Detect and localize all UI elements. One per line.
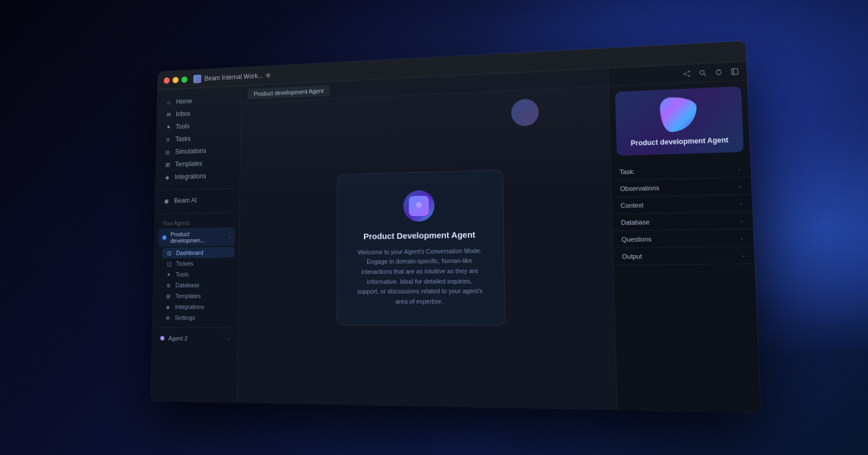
task-chevron: ⌄ xyxy=(737,165,742,172)
agent-expand-icon: › xyxy=(229,234,231,240)
sub-integrations-icon: ◈ xyxy=(165,304,171,310)
sub-nav-templates[interactable]: ⊞ Templates xyxy=(161,290,234,301)
avatar-blob xyxy=(659,97,697,133)
sub-nav: ⊡ Dashboard ◫ Tickets ✦ Tools ⊛ Database xyxy=(153,247,239,323)
sub-nav-database[interactable]: ⊛ Database xyxy=(161,279,234,291)
nav-section-beam: ◉ Beam AI xyxy=(155,193,239,207)
refresh-icon[interactable] xyxy=(713,67,724,77)
tickets-icon: ◫ xyxy=(166,260,172,267)
panel-section-context: Context ⌄ xyxy=(612,194,753,215)
sub-templates-icon: ⊞ xyxy=(165,293,171,300)
agent-2[interactable]: Agent 2 › xyxy=(156,333,233,345)
content-area: Product development Agent xyxy=(237,68,617,410)
agent-card: Product development Agent xyxy=(615,86,744,156)
welcome-title: Product Development Agent xyxy=(357,229,483,240)
panel-section-header-context[interactable]: Context ⌄ xyxy=(612,194,753,213)
agent-product-dev[interactable]: Product developmen... › xyxy=(158,228,235,247)
context-chevron: ⌄ xyxy=(738,200,743,206)
sub-nav-dashboard[interactable]: ⊡ Dashboard xyxy=(162,247,235,259)
search-icon[interactable] xyxy=(697,67,708,78)
expand-icon[interactable] xyxy=(729,65,741,76)
main-content: ⌂ Home ✉ Inbox ✦ Tools ≡ Tasks xyxy=(151,62,761,413)
sub-nav-settings[interactable]: ⊕ Settings xyxy=(160,312,234,323)
agent2-expand-icon: › xyxy=(228,335,229,342)
workspace-icon xyxy=(193,75,201,83)
agent-avatar-svg xyxy=(413,199,425,212)
svg-line-6 xyxy=(704,74,706,76)
minimize-button[interactable] xyxy=(172,77,179,83)
divider-2 xyxy=(161,212,233,215)
agent-card-avatar xyxy=(659,97,697,133)
sidebar-item-beamai[interactable]: ◉ Beam AI xyxy=(159,193,235,208)
agent-avatar xyxy=(403,190,434,222)
home-icon: ⌂ xyxy=(165,98,172,106)
panel-section-output: Output ⌄ xyxy=(613,247,754,265)
sub-tools-icon: ✦ xyxy=(166,271,172,278)
tab-product-dev[interactable]: Product development Agent xyxy=(248,85,330,99)
svg-point-2 xyxy=(688,75,690,76)
app-window: Beam Internal Work... ⌂ Home ✉ Inbox xyxy=(151,41,761,413)
panel-section-header-observations[interactable]: Observations ⌄ xyxy=(611,177,752,197)
scene: Beam Internal Work... ⌂ Home ✉ Inbox xyxy=(0,0,868,455)
panel-section-header-questions[interactable]: Questions ⌄ xyxy=(613,229,754,248)
integrations-icon: ◈ xyxy=(163,173,171,181)
panel-sections: Task: ⌄ Observations ⌄ Context ⌄ xyxy=(611,158,761,413)
svg-point-5 xyxy=(700,70,704,74)
sidebar: ⌂ Home ✉ Inbox ✦ Tools ≡ Tasks xyxy=(151,86,241,403)
agent2-section: Agent 2 › xyxy=(152,332,238,345)
inbox-icon: ✉ xyxy=(165,111,172,118)
beamai-icon: ◉ xyxy=(163,197,171,204)
nav-section-main: ⌂ Home ✉ Inbox ✦ Tools ≡ Tasks xyxy=(155,93,241,184)
questions-chevron: ⌄ xyxy=(740,235,745,241)
output-chevron: ⌄ xyxy=(740,252,745,259)
svg-line-3 xyxy=(685,72,688,73)
dashboard-icon: ⊡ xyxy=(166,250,172,256)
welcome-description: Welcome to your Agent's Conversation Mod… xyxy=(357,246,483,307)
agent-card-title: Product development Agent xyxy=(624,135,734,147)
agent-avatar-inner xyxy=(409,195,429,216)
panel-section-database: Database ⌄ xyxy=(613,212,753,231)
sub-nav-integrations[interactable]: ◈ Integrations xyxy=(161,301,235,312)
panel-section-header-output[interactable]: Output ⌄ xyxy=(613,247,754,265)
simulations-icon: ◎ xyxy=(164,148,171,156)
svg-point-1 xyxy=(688,70,690,72)
observations-chevron: ⌄ xyxy=(737,183,743,189)
database-chevron: ⌄ xyxy=(739,217,744,224)
agent-dot-blue xyxy=(162,235,166,240)
chat-area: Product Development Agent Welcome to you… xyxy=(237,86,617,410)
right-panel: Product development Agent Task: ⌄ Observ… xyxy=(608,62,761,413)
tasks-icon: ≡ xyxy=(164,135,172,143)
close-button[interactable] xyxy=(164,77,170,83)
window-controls xyxy=(164,76,188,84)
sidebar-item-integrations[interactable]: ◈ Integrations xyxy=(159,169,236,183)
panel-section-header-database[interactable]: Database ⌄ xyxy=(613,212,753,231)
maximize-button[interactable] xyxy=(181,76,188,83)
database-icon: ⊛ xyxy=(166,282,172,288)
welcome-card: Product Development Agent Welcome to you… xyxy=(336,169,505,326)
sub-nav-tickets[interactable]: ◫ Tickets xyxy=(162,257,235,269)
agent2-dot xyxy=(160,336,164,340)
sub-nav-tools[interactable]: ✦ Tools xyxy=(162,269,235,280)
agent-section: Product developmen... › xyxy=(154,227,239,248)
svg-point-0 xyxy=(683,73,685,75)
settings-icon: ⊕ xyxy=(164,314,171,321)
workspace-name: Beam Internal Work... xyxy=(205,72,263,82)
svg-rect-7 xyxy=(732,68,738,75)
title-dot xyxy=(266,73,270,77)
divider-1 xyxy=(162,188,234,190)
svg-line-4 xyxy=(685,74,688,76)
templates-icon: ⊞ xyxy=(164,161,171,168)
top-avatar xyxy=(511,99,539,127)
tools-icon: ✦ xyxy=(164,123,172,130)
share-icon[interactable] xyxy=(681,68,692,79)
panel-section-questions: Questions ⌄ xyxy=(613,229,754,248)
divider-3 xyxy=(158,327,231,328)
